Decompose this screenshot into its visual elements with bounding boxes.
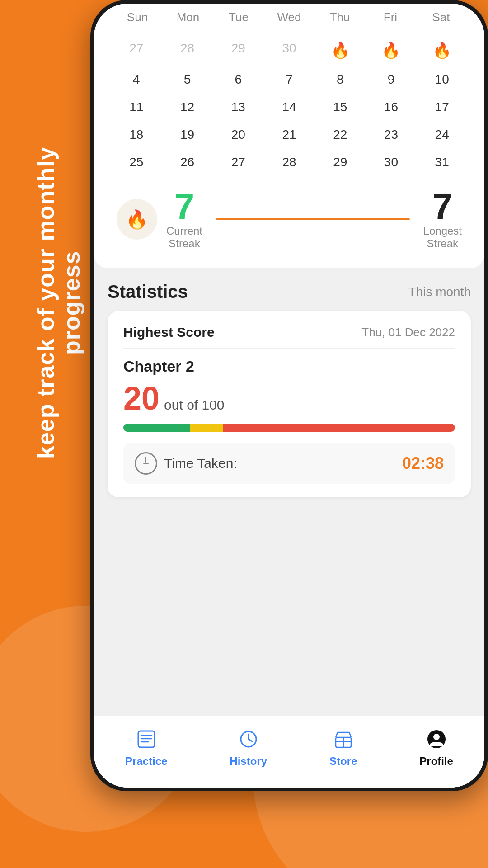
cal-header-wed: Wed <box>264 4 314 31</box>
cal-cell-27: 27 <box>112 36 161 65</box>
cal-cell-13: 13 <box>214 94 263 120</box>
cal-cell-18: 18 <box>112 122 161 147</box>
cal-header-thu: Thu <box>314 4 365 31</box>
statistics-period: This month <box>408 285 471 299</box>
time-taken-row: Time Taken: 02:38 <box>123 443 455 484</box>
empty-space <box>94 506 484 715</box>
cal-cell-fire-thu: 🔥 <box>316 36 365 65</box>
cal-cell-30-curr: 30 <box>367 150 416 175</box>
progress-green <box>123 424 190 432</box>
phone-frame: Sun Mon Tue Wed Thu Fri Sat 27 28 29 30 … <box>90 0 488 791</box>
statistics-header: Statistics This month <box>108 282 471 302</box>
cal-cell-15: 15 <box>316 94 365 120</box>
current-streak: 7 CurrentStreak <box>166 189 202 250</box>
profile-icon <box>424 726 449 751</box>
calendar-grid: 27 28 29 30 🔥 🔥 🔥 4 5 6 <box>112 36 466 175</box>
nav-item-practice[interactable]: Practice <box>125 726 167 768</box>
practice-label: Practice <box>125 755 167 768</box>
streak-info: 7 CurrentStreak 7 LongestStreak <box>166 189 462 250</box>
history-label: History <box>230 755 267 768</box>
cal-cell-17: 17 <box>418 94 466 120</box>
cal-cell-11: 11 <box>112 94 161 120</box>
time-value: 02:38 <box>402 454 444 473</box>
profile-label: Profile <box>419 755 453 768</box>
history-icon <box>236 726 261 751</box>
cal-cell-10: 10 <box>418 67 466 92</box>
progress-red <box>223 424 455 432</box>
score-card: Highest Score Thu, 01 Dec 2022 Chapter 2… <box>108 311 471 497</box>
cal-header-mon: Mon <box>163 4 213 31</box>
streak-row: 🔥 7 CurrentStreak 7 LongestStreak <box>112 175 466 255</box>
longest-streak-value: 7 <box>423 189 462 225</box>
cal-cell-21: 21 <box>265 122 314 147</box>
practice-icon <box>134 726 159 751</box>
longest-streak-label: LongestStreak <box>423 225 462 250</box>
cal-cell-28: 28 <box>163 36 212 65</box>
nav-item-history[interactable]: History <box>230 726 267 768</box>
progress-bar <box>123 424 455 432</box>
cal-cell-22: 22 <box>316 122 365 147</box>
cal-cell-29-curr: 29 <box>316 150 365 175</box>
flame-circle: 🔥 <box>117 199 157 240</box>
cal-cell-30-prev: 30 <box>265 36 314 65</box>
store-label: Store <box>329 755 357 768</box>
cal-header-sat: Sat <box>416 4 466 31</box>
bottom-nav: Practice History <box>94 715 484 788</box>
cal-cell-14: 14 <box>265 94 314 120</box>
cal-cell-16: 16 <box>367 94 416 120</box>
cal-cell-19: 19 <box>163 122 212 147</box>
score-number: 20 <box>123 382 160 415</box>
cal-cell-7: 7 <box>265 67 314 92</box>
longest-streak: 7 LongestStreak <box>423 189 462 250</box>
cal-cell-12: 12 <box>163 94 212 120</box>
cal-cell-24: 24 <box>418 122 466 147</box>
calendar-header: Sun Mon Tue Wed Thu Fri Sat <box>112 4 466 31</box>
score-date: Thu, 01 Dec 2022 <box>361 326 455 340</box>
flame-icon: 🔥 <box>126 209 148 230</box>
phone-inner: Sun Mon Tue Wed Thu Fri Sat 27 28 29 30 … <box>94 4 484 788</box>
cal-cell-31: 31 <box>418 150 466 175</box>
clock-icon <box>135 452 157 475</box>
time-taken-label: Time Taken: <box>164 456 237 471</box>
svg-point-11 <box>433 734 440 740</box>
cal-cell-29: 29 <box>214 36 263 65</box>
svg-line-6 <box>249 739 252 741</box>
screen-content: Sun Mon Tue Wed Thu Fri Sat 27 28 29 30 … <box>94 4 484 788</box>
score-out-of: out of 100 <box>164 397 224 413</box>
progress-yellow <box>190 424 223 432</box>
side-text-label: keep track of your monthly progress <box>33 99 84 506</box>
cal-cell-8: 8 <box>316 67 365 92</box>
cal-cell-9: 9 <box>367 67 416 92</box>
current-streak-value: 7 <box>166 189 202 225</box>
cal-cell-28-curr: 28 <box>265 150 314 175</box>
cal-cell-23: 23 <box>367 122 416 147</box>
cal-cell-fire-fri: 🔥 <box>367 36 416 65</box>
cal-cell-6: 6 <box>214 67 263 92</box>
calendar-section: Sun Mon Tue Wed Thu Fri Sat 27 28 29 30 … <box>94 4 484 268</box>
statistics-title: Statistics <box>108 282 188 302</box>
time-taken-left: Time Taken: <box>135 452 237 475</box>
score-card-header: Highest Score Thu, 01 Dec 2022 <box>123 325 455 349</box>
cal-cell-20: 20 <box>214 122 263 147</box>
nav-item-profile[interactable]: Profile <box>419 726 453 768</box>
cal-header-tue: Tue <box>213 4 264 31</box>
statistics-section: Statistics This month Highest Score Thu,… <box>94 268 484 506</box>
store-icon <box>331 726 356 751</box>
cal-cell-26: 26 <box>163 150 212 175</box>
current-streak-label: CurrentStreak <box>166 225 202 250</box>
cal-header-sun: Sun <box>112 4 163 31</box>
score-value-row: 20 out of 100 <box>123 382 455 415</box>
nav-item-store[interactable]: Store <box>329 726 357 768</box>
cal-cell-fire-sat: 🔥 <box>418 36 466 65</box>
chapter-label: Chapter 2 <box>123 358 455 375</box>
cal-cell-4: 4 <box>112 67 161 92</box>
cal-cell-27-curr: 27 <box>214 150 263 175</box>
cal-header-fri: Fri <box>365 4 416 31</box>
streak-divider <box>216 218 410 220</box>
cal-cell-25: 25 <box>112 150 161 175</box>
cal-cell-5: 5 <box>163 67 212 92</box>
highest-score-label: Highest Score <box>123 325 215 340</box>
